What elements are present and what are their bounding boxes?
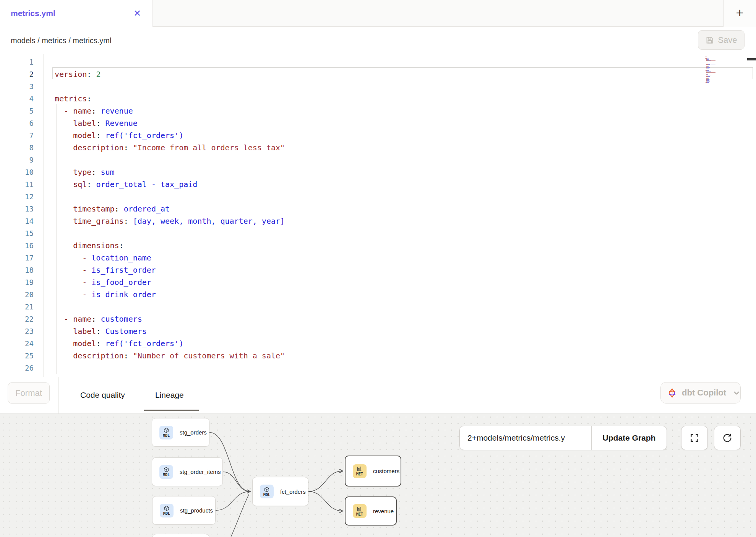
line-number: 10 (0, 166, 34, 178)
code-line-26[interactable]: 26 (0, 362, 756, 374)
cube-icon (164, 505, 170, 511)
code-line-19[interactable]: 19 - is_food_order (0, 276, 756, 288)
edge-stg_products-to-fct_orders (216, 491, 250, 511)
tab-bar-empty-area (153, 0, 756, 27)
line-number: 2 (0, 68, 34, 80)
tab-title: metrics.yml (11, 9, 55, 18)
code-line-22[interactable]: 22 - name: customers (0, 313, 756, 325)
code-line-18[interactable]: 18 - is_first_order (0, 264, 756, 276)
code-line-23[interactable]: 23 label: Customers (0, 325, 756, 337)
code-line-15[interactable]: 15 (0, 227, 756, 239)
model-badge: MDL (159, 426, 173, 439)
code-line-6[interactable]: 6 label: Revenue (0, 117, 756, 129)
save-button-label: Save (718, 35, 737, 45)
line-number: 15 (0, 227, 34, 239)
lineage-selector-input[interactable]: 2+models/metrics/metrics.y (460, 426, 592, 450)
code-line-21[interactable]: 21 (0, 301, 756, 313)
code-line-24[interactable]: 24 model: ref('fct_orders') (0, 337, 756, 350)
copilot-label: dbt Copilot (682, 388, 726, 398)
update-graph-button[interactable]: Update Graph (592, 426, 667, 450)
code-line-5[interactable]: 5 - name: revenue (0, 105, 756, 117)
line-number: 21 (0, 301, 34, 313)
line-number: 20 (0, 288, 34, 301)
dbt-copilot-button[interactable]: dbt Copilot (660, 382, 741, 404)
line-number: 26 (0, 362, 34, 374)
line-number: 22 (0, 313, 34, 325)
save-floppy-icon (705, 36, 714, 45)
refresh-button[interactable] (714, 426, 741, 450)
line-number: 14 (0, 215, 34, 227)
new-tab-button[interactable]: + (723, 0, 756, 27)
line-number: 23 (0, 325, 34, 337)
line-number: 4 (0, 93, 34, 105)
code-line-2[interactable]: 2version: 2 (0, 68, 756, 80)
model-badge: MDL (160, 504, 174, 517)
model-badge: MDL (260, 485, 274, 498)
line-number: 17 (0, 252, 34, 264)
code-line-10[interactable]: 10 type: sum (0, 166, 756, 178)
format-button[interactable]: Format (8, 382, 50, 404)
fullscreen-button[interactable] (681, 426, 708, 450)
edge-stg_order_items-to-fct_orders (223, 472, 250, 492)
line-number: 5 (0, 105, 34, 117)
line-number: 1 (0, 56, 34, 68)
node-label: fct_orders (280, 488, 306, 495)
code-line-1[interactable]: 1 (0, 56, 756, 68)
line-number: 18 (0, 264, 34, 276)
toolbar-divider (58, 377, 59, 413)
model-badge: MDL (159, 465, 173, 479)
line-number: 19 (0, 276, 34, 288)
cube-icon (163, 467, 169, 473)
line-number: 11 (0, 178, 34, 190)
lineage-node-customers[interactable]: METcustomers (345, 456, 401, 487)
lineage-node-stg_order_items[interactable]: MDLstg_order_items (152, 457, 223, 486)
edge-fct_orders-to-revenue (308, 491, 342, 511)
cube-icon (163, 427, 169, 433)
code-line-11[interactable]: 11 sql: order_total - tax_paid (0, 178, 756, 190)
minimap[interactable] (705, 56, 724, 83)
code-line-4[interactable]: 4metrics: (0, 93, 756, 105)
code-line-7[interactable]: 7 model: ref('fct_orders') (0, 129, 756, 142)
close-tab-icon[interactable]: ✕ (133, 0, 141, 27)
line-number: 13 (0, 203, 34, 215)
code-line-25[interactable]: 25 description: "Number of customers wit… (0, 350, 756, 362)
lineage-node-stg_products[interactable]: MDLstg_products (152, 496, 216, 525)
tab-bar: metrics.yml ✕ + (0, 0, 756, 27)
code-line-20[interactable]: 20 - is_drink_order (0, 288, 756, 301)
lineage-node-stg_orders[interactable]: MDLstg_orders (152, 418, 209, 447)
code-line-8[interactable]: 8 description: "Income from all orders l… (0, 142, 756, 154)
node-label: stg_orders (180, 429, 207, 436)
metric-badge: MET (353, 464, 367, 478)
line-number: 12 (0, 190, 34, 203)
save-button[interactable]: Save (698, 30, 745, 50)
code-line-13[interactable]: 13 timestamp: ordered_at (0, 203, 756, 215)
code-editor[interactable]: 12version: 234metrics:5 - name: revenue6… (0, 54, 756, 377)
lineage-node-fct_orders[interactable]: MDLfct_orders (252, 477, 308, 506)
code-lines: 12version: 234metrics:5 - name: revenue6… (0, 56, 756, 374)
lineage-node-partial[interactable] (152, 534, 209, 537)
cube-icon (264, 487, 270, 493)
plus-icon: + (736, 6, 744, 19)
tab-code-quality[interactable]: Code quality (80, 377, 125, 413)
line-number: 16 (0, 239, 34, 252)
bar-chart-icon (357, 466, 363, 472)
tab-metrics-yml[interactable]: metrics.yml ✕ (0, 0, 153, 27)
tab-lineage[interactable]: Lineage (155, 377, 184, 413)
line-number: 25 (0, 350, 34, 362)
lineage-node-revenue[interactable]: METrevenue (345, 496, 397, 526)
node-label: stg_order_items (180, 469, 221, 475)
code-line-12[interactable]: 12 (0, 190, 756, 203)
code-line-16[interactable]: 16 dimensions: (0, 239, 756, 252)
code-line-3[interactable]: 3 (0, 80, 756, 93)
file-header-row: models / metrics / metrics.yml (0, 27, 756, 54)
code-line-17[interactable]: 17 - location_name (0, 252, 756, 264)
line-number: 24 (0, 337, 34, 350)
code-line-14[interactable]: 14 time_grains: [day, week, month, quart… (0, 215, 756, 227)
line-number: 3 (0, 80, 34, 93)
node-label: revenue (373, 508, 394, 514)
code-line-9[interactable]: 9 (0, 154, 756, 166)
active-tab-underline (144, 410, 199, 411)
fullscreen-icon (689, 433, 699, 443)
bottom-toolbar: Format Code quality Lineage dbt Copilot (0, 377, 756, 414)
lineage-canvas[interactable]: MDLstg_ordersMDLstg_order_itemsMDLstg_pr… (0, 414, 756, 537)
